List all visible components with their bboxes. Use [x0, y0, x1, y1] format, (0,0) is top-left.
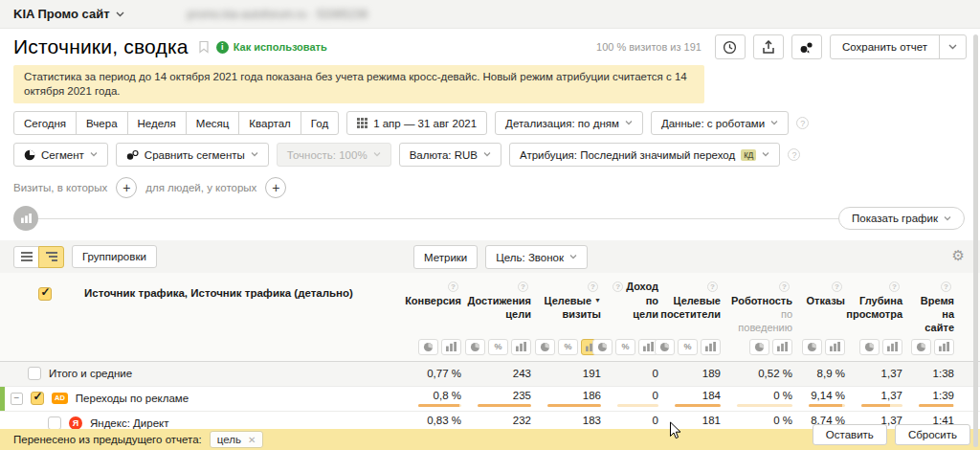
vertical-scrollbar[interactable]	[973, 34, 978, 447]
counter-selector[interactable]: KIA Промо сайт	[13, 7, 124, 21]
save-report-button[interactable]: Сохранить отчет	[831, 35, 939, 58]
bounce-pie-toggle[interactable]	[802, 339, 822, 355]
precision-dropdown[interactable]: Точность: 100%	[277, 143, 391, 167]
compare-segments-dropdown[interactable]: Сравнить сегменты	[116, 143, 269, 167]
reset-button[interactable]: Сбросить	[895, 424, 970, 445]
pie-chart-icon	[540, 342, 550, 352]
export-button[interactable]	[753, 34, 784, 59]
row-checkbox[interactable]	[31, 392, 44, 405]
how-to-use-link[interactable]: i Как использовать	[216, 41, 327, 54]
compare-data-button[interactable]	[791, 34, 822, 59]
chevron-down-icon	[373, 152, 381, 157]
target-visitors-bar-toggle[interactable]	[701, 339, 721, 355]
data-mode-dropdown[interactable]: Данные: с роботами	[651, 111, 789, 135]
goal-revenue-pct-toggle[interactable]: %	[615, 339, 635, 355]
chevron-down-icon	[483, 152, 491, 157]
currency-dropdown[interactable]: Валюта: RUB	[399, 143, 501, 167]
segment-toolbar: Сегмент Сравнить сегменты Точность: 100%…	[13, 143, 967, 167]
cell-target-visits: 191	[541, 362, 611, 386]
add-visits-condition-button[interactable]: +	[116, 177, 137, 198]
cell-value: 1:39	[933, 391, 954, 401]
cell-conversion: 0,8 %	[412, 387, 471, 411]
robotness-bar-toggle[interactable]	[772, 339, 792, 355]
cell-target-visitors: 184	[668, 387, 730, 411]
attribution-dropdown[interactable]: Атрибуция: Последний значимый переход кд	[509, 143, 780, 167]
time-pie-toggle[interactable]	[911, 339, 931, 355]
cell-value: 0,83 %	[427, 416, 461, 426]
period-button-2[interactable]: Неделя	[127, 111, 187, 135]
target-visits-pie-toggle[interactable]	[535, 339, 555, 355]
select-all-checkbox[interactable]	[38, 287, 52, 301]
view-toggle-group	[13, 246, 64, 268]
carried-over-bar: Перенесено из предыдущего отчета: цель ✕…	[0, 429, 980, 450]
collapse-row-button[interactable]: −	[11, 393, 23, 405]
conversion-bar-toggle[interactable]	[441, 339, 461, 355]
goal-reaches-bar-toggle[interactable]	[511, 339, 531, 355]
help-icon[interactable]: ?	[788, 148, 800, 161]
goal-dropdown[interactable]: Цель: Звонок	[485, 245, 588, 269]
cross-device-badge: кд	[741, 149, 756, 161]
column-header-conversion[interactable]: ?Конверсия	[412, 273, 471, 360]
period-button-0[interactable]: Сегодня	[13, 111, 77, 135]
target-visitors-pie-toggle[interactable]	[655, 339, 675, 355]
show-graph-button[interactable]: Показать график	[838, 207, 965, 230]
sources-table: Группировки Метрики Цель: Звонок ⚙ Источ…	[0, 240, 980, 450]
cell-value: 183	[583, 416, 601, 426]
chart-handle[interactable]	[13, 206, 38, 231]
carried-over-label: Перенесено из предыдущего отчета:	[13, 434, 202, 445]
date-range-button[interactable]: 1 апр — 31 авг 2021	[346, 111, 487, 135]
period-button-5[interactable]: Год	[301, 111, 339, 135]
counter-topbar: KIA Промо сайт promo.kia-autoforum.ru · …	[0, 0, 980, 29]
metrics-button[interactable]: Метрики	[413, 245, 478, 269]
value-share-bar	[418, 404, 461, 407]
report-header: Источники, сводка i Как использовать 100…	[0, 29, 980, 63]
period-button-1[interactable]: Вчера	[76, 111, 127, 135]
cell-depth: 1,37	[855, 362, 912, 386]
cell-value: 0,8 %	[434, 391, 461, 401]
help-icon[interactable]: ?	[796, 117, 809, 129]
robotness-pie-toggle[interactable]	[749, 339, 769, 355]
yandex-metrica-report-screen: KIA Промо сайт promo.kia-autoforum.ru · …	[0, 0, 980, 450]
bounce-bar-toggle[interactable]	[825, 339, 845, 355]
chart-toggle-row: Показать график	[0, 206, 980, 233]
flat-list-view-button[interactable]	[13, 246, 39, 268]
target-visits-pct-toggle[interactable]: %	[558, 339, 578, 355]
depth-bar-toggle[interactable]	[882, 339, 902, 355]
row-checkbox[interactable]	[28, 367, 41, 380]
history-button[interactable]	[715, 34, 746, 59]
percent-icon: %	[683, 342, 691, 351]
table-settings-gear-icon[interactable]: ⚙	[952, 247, 965, 264]
keep-button[interactable]: Оставить	[813, 424, 887, 445]
column-header-robotness[interactable]: ?Роботностьпо поведению	[730, 273, 802, 360]
chevron-down-icon	[770, 121, 778, 125]
depth-pie-toggle[interactable]	[859, 339, 880, 355]
dimension-header-label: Источник трафика, Источник трафика (дета…	[84, 287, 353, 299]
segment-dropdown[interactable]: Сегмент	[13, 143, 108, 167]
goal-revenue-pie-toggle[interactable]	[592, 339, 612, 355]
divider-line	[26, 218, 965, 219]
column-header-time[interactable]: ?Времяна сайте	[912, 273, 964, 360]
remove-chip-icon[interactable]: ✕	[248, 435, 256, 445]
goal-reaches-pct-toggle[interactable]: %	[488, 339, 508, 355]
column-header-target-visitors[interactable]: ?Целевыепосетители%	[668, 273, 730, 360]
cell-value: 0	[653, 416, 658, 426]
cell-conversion: 0,77 %	[412, 362, 471, 386]
tree-view-button[interactable]	[38, 246, 64, 268]
period-button-3[interactable]: Месяц	[186, 111, 240, 135]
row-checkbox[interactable]	[48, 416, 61, 430]
bookmark-icon[interactable]	[198, 40, 210, 54]
column-header-depth[interactable]: ?Глубинапросмотра	[855, 273, 912, 360]
detalization-dropdown[interactable]: Детализация: по дням	[495, 111, 643, 135]
time-bar-toggle[interactable]	[934, 339, 954, 355]
add-people-condition-button[interactable]: +	[265, 177, 286, 198]
groupings-button[interactable]: Группировки	[72, 245, 157, 268]
goal-reaches-pie-toggle[interactable]	[465, 339, 485, 355]
info-icon: i	[216, 41, 229, 54]
conversion-pie-toggle[interactable]	[418, 339, 438, 355]
period-button-4[interactable]: Квартал	[238, 111, 301, 135]
target-visitors-pct-toggle[interactable]: %	[678, 339, 698, 355]
save-report-menu-button[interactable]	[939, 35, 966, 58]
column-header-goal-reaches[interactable]: ?Достиженияцели%	[471, 273, 541, 360]
cell-value: 0 %	[773, 391, 792, 401]
row-label-cell: Итого и средние	[0, 362, 412, 386]
